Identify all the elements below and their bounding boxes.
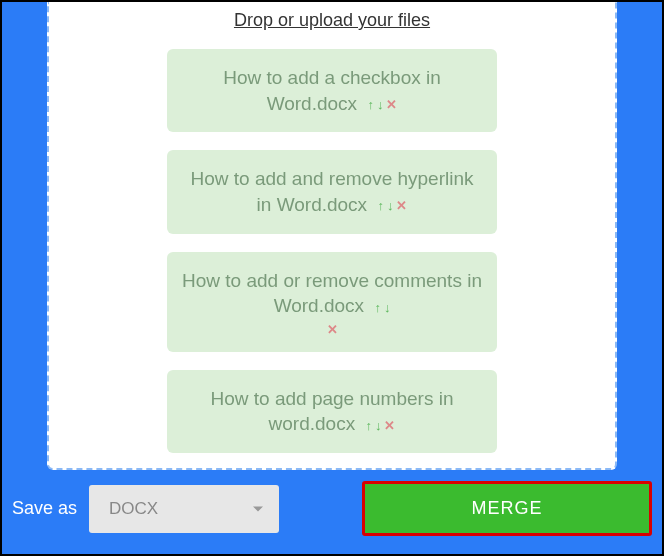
format-select[interactable]: DOCX [89, 485, 279, 533]
file-actions: ↑ ↓ ✕ [377, 199, 407, 212]
remove-icon[interactable]: ✕ [396, 199, 407, 212]
file-actions: ↑ ↓ [374, 301, 390, 314]
merge-button[interactable]: MERGE [362, 481, 652, 536]
remove-icon[interactable]: ✕ [327, 323, 338, 336]
file-name: How to add page numbers in word.docx [211, 388, 454, 435]
save-as-label: Save as [12, 498, 77, 519]
file-item[interactable]: How to add and remove hyperlink in Word.… [167, 150, 497, 233]
move-down-icon[interactable]: ↓ [375, 419, 382, 432]
remove-icon[interactable]: ✕ [384, 419, 395, 432]
move-up-icon[interactable]: ↑ [367, 98, 374, 111]
dropzone[interactable]: Drop or upload your files How to add a c… [47, 2, 617, 470]
dropzone-header[interactable]: Drop or upload your files [234, 10, 430, 31]
file-item[interactable]: How to add a checkbox in Word.docx ↑ ↓ ✕ [167, 49, 497, 132]
move-down-icon[interactable]: ↓ [384, 301, 391, 314]
file-actions: ↑ ↓ ✕ [365, 419, 395, 432]
move-up-icon[interactable]: ↑ [374, 301, 381, 314]
file-actions: ↑ ↓ ✕ [367, 98, 397, 111]
file-name: How to add and remove hyperlink in Word.… [190, 168, 473, 215]
move-up-icon[interactable]: ↑ [377, 199, 384, 212]
file-name: How to add or remove comments in Word.do… [182, 270, 482, 317]
move-down-icon[interactable]: ↓ [377, 98, 384, 111]
file-item[interactable]: How to add or remove comments in Word.do… [167, 252, 497, 352]
file-item[interactable]: How to add page numbers in word.docx ↑ ↓… [167, 370, 497, 453]
file-name: How to add a checkbox in Word.docx [223, 67, 441, 114]
bottom-bar: Save as DOCX MERGE [2, 481, 662, 536]
move-down-icon[interactable]: ↓ [387, 199, 394, 212]
move-up-icon[interactable]: ↑ [365, 419, 372, 432]
file-actions: ✕ [327, 323, 338, 336]
remove-icon[interactable]: ✕ [386, 98, 397, 111]
